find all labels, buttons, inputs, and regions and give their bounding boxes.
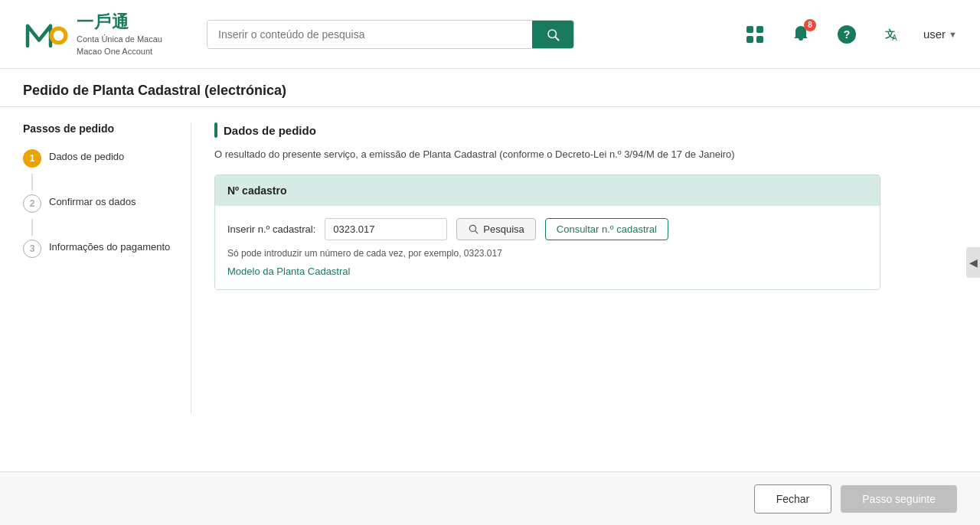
logo-brand: 一戶通 [77, 11, 162, 34]
apps-button[interactable] [740, 19, 770, 50]
cadastro-input-label: Inserir n.º cadastral: [227, 223, 315, 235]
step-number-2: 2 [23, 194, 41, 213]
svg-point-1 [54, 30, 64, 41]
section-title: Dados de pedido [224, 124, 316, 137]
language-icon: 文 A [882, 24, 903, 45]
svg-rect-5 [756, 26, 763, 33]
step-number-1: 1 [23, 149, 41, 168]
svg-rect-6 [746, 36, 753, 43]
search-button[interactable] [532, 21, 573, 48]
collapse-button[interactable]: ◀ [966, 247, 980, 278]
svg-line-13 [475, 231, 478, 233]
steps-sidebar: Passos de pedido 1 Dados de pedido 2 Con… [23, 122, 191, 413]
pesquisa-button[interactable]: Pesquisa [456, 218, 535, 240]
cadastro-hint: Só pode introduzir um número de cada vez… [227, 248, 867, 259]
consultar-label: Consultar n.º cadastral [557, 223, 657, 235]
help-icon: ? [836, 24, 858, 45]
search-icon [546, 28, 560, 41]
search-input[interactable] [207, 21, 532, 48]
consultar-button[interactable]: Consultar n.º cadastral [545, 218, 668, 240]
logo-text-area: 一戶通 Conta Única de Macau Macao One Accou… [77, 11, 162, 57]
svg-text:A: A [892, 34, 897, 42]
chevron-down-icon: ▼ [949, 30, 957, 39]
step-number-3: 3 [23, 240, 41, 258]
search-bar [207, 20, 574, 49]
step-item-2: 2 Confirmar os dados [23, 194, 175, 213]
step-label-1: Dados de pedido [49, 148, 124, 164]
cadastro-card-header: Nº cadastro [215, 175, 880, 206]
page-title: Pedido de Planta Cadastral (electrónica) [23, 83, 957, 99]
modelo-link[interactable]: Modelo da Planta Cadastral [227, 266, 350, 277]
cadastro-card: Nº cadastro Inserir n.º cadastral: Pesqu… [214, 174, 880, 290]
step-label-2: Confirmar os dados [49, 194, 136, 209]
page-title-bar: Pedido de Planta Cadastral (electrónica) [0, 69, 980, 107]
content-area: Dados de pedido O resultado do presente … [191, 122, 957, 413]
section-description: O resultado do presente serviço, a emiss… [214, 147, 957, 162]
right-collapse-area: ◀ [966, 247, 980, 278]
section-bar-decoration [214, 122, 217, 138]
step-label-3: Informações do pagamento [49, 239, 170, 254]
svg-rect-4 [746, 26, 753, 33]
svg-rect-7 [756, 36, 763, 43]
user-menu-button[interactable]: user ▼ [923, 28, 957, 41]
main-container: Passos de pedido 1 Dados de pedido 2 Con… [0, 107, 980, 429]
user-label: user [923, 28, 946, 41]
logo-icon [23, 11, 69, 57]
step-item-3: 3 Informações do pagamento [23, 239, 175, 258]
notification-badge: 8 [804, 19, 816, 31]
help-button[interactable]: ? [831, 19, 862, 50]
cadastro-card-body: Inserir n.º cadastral: Pesquisa Consulta… [215, 206, 880, 289]
logo-subtitle-line2: Macao One Account [77, 46, 162, 57]
pesquisa-search-icon [468, 223, 479, 234]
steps-heading: Passos de pedido [23, 122, 175, 135]
step-item-1: 1 Dados de pedido [23, 148, 175, 168]
apps-icon [744, 24, 766, 45]
header: 一戶通 Conta Única de Macau Macao One Accou… [0, 0, 980, 69]
notifications-button[interactable]: 8 [786, 19, 816, 50]
step-connector-2 [31, 219, 33, 236]
step-connector-1 [31, 174, 33, 191]
language-button[interactable]: 文 A [877, 19, 908, 50]
section-header: Dados de pedido [214, 122, 957, 138]
svg-text:?: ? [844, 28, 851, 41]
logo-subtitle-line1: Conta Única de Macau [77, 34, 162, 45]
cadastro-number-input[interactable] [325, 218, 447, 240]
header-icons: 8 ? 文 A user ▼ [740, 19, 957, 50]
logo-area: 一戶通 Conta Única de Macau Macao One Accou… [23, 11, 191, 57]
pesquisa-label: Pesquisa [483, 223, 524, 235]
cadastro-input-row: Inserir n.º cadastral: Pesquisa Consulta… [227, 218, 867, 240]
svg-line-3 [555, 37, 558, 40]
